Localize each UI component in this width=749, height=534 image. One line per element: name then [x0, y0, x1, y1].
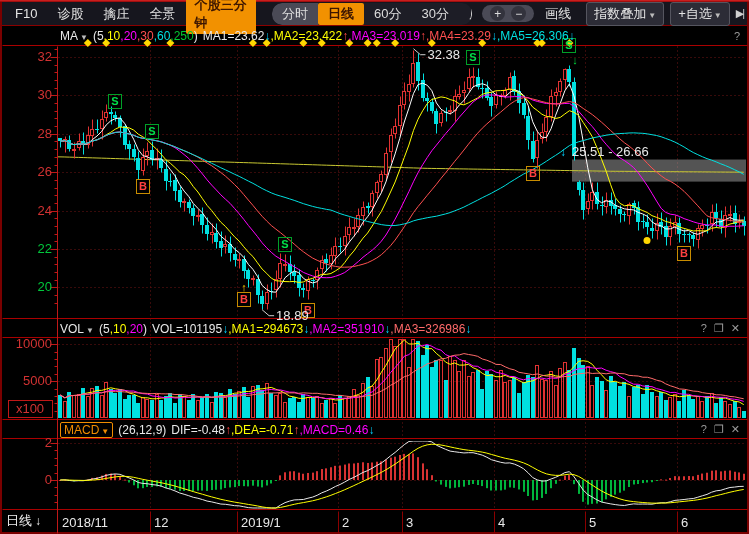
period-tab-30分[interactable]: 30分: [411, 3, 458, 25]
ma-selector[interactable]: MA▼: [60, 29, 88, 43]
help-icon[interactable]: ?: [701, 423, 707, 436]
down-arrow-icon: ↓: [368, 423, 374, 437]
period-tab-周线[interactable]: 周线▼: [459, 3, 472, 25]
down-arrow-icon: ↓: [569, 29, 575, 43]
add-favorite-button[interactable]: +自选▼: [670, 2, 730, 26]
info-item: ,20: [120, 29, 137, 43]
info-item: ,MA1=294673: [228, 322, 303, 336]
chevron-down-icon: ▼: [86, 326, 94, 335]
period-tab-分时[interactable]: 分时: [272, 3, 318, 25]
info-item: ,30: [137, 29, 154, 43]
zoom-control: + −: [482, 5, 534, 22]
period-label: 日线: [6, 512, 32, 530]
menu-f10[interactable]: F10: [6, 4, 46, 23]
close-icon[interactable]: ✕: [731, 423, 740, 436]
maximize-icon[interactable]: ❐: [714, 322, 724, 335]
macd-values: DIF=-0.48↑,DEA=-0.71↑,MACD=0.46↓: [171, 423, 374, 437]
chart-canvas[interactable]: [0, 0, 749, 534]
period-dropdown-button[interactable]: 日线 ↓: [6, 512, 41, 530]
info-item: ,20: [126, 322, 143, 336]
panel-icons: ?: [734, 30, 747, 42]
info-item: ,250: [170, 29, 193, 43]
macd-indicator-row: MACD▼ (26,12,9) DIF=-0.48↑,DEA=-0.71↑,MA…: [2, 421, 747, 438]
info-item: 5: [103, 322, 110, 336]
info-item: ,MA2=23.422: [270, 29, 342, 43]
info-item: ,MA3=23.019: [348, 29, 420, 43]
chevron-down-icon: ▼: [101, 427, 109, 436]
ma-values: MA1=23.62↓,MA2=23.422↑,MA3=23.019↑,MA4=2…: [203, 29, 575, 43]
vol-selector[interactable]: VOL▼: [60, 322, 94, 336]
info-item: ): [143, 322, 147, 336]
info-item: ,MA5=26.306: [497, 29, 569, 43]
info-item: ,10: [110, 322, 127, 336]
info-item: ,MA4=23.29: [426, 29, 491, 43]
info-item: 5: [97, 29, 104, 43]
ma-indicator-row: MA▼ (5,10,20,30,60,250) MA1=23.62↓,MA2=2…: [2, 27, 747, 44]
info-item: ,MA3=326986: [390, 322, 465, 336]
maximize-icon[interactable]: ❐: [714, 423, 724, 436]
panel-icons: ?❐✕: [701, 322, 747, 335]
chevron-down-icon: ▼: [714, 11, 722, 20]
index-overlay-button[interactable]: 指数叠加▼: [586, 2, 664, 26]
volume-indicator-row: VOL▼ (5,10,20) VOL=101195↓,MA1=294673↓,M…: [2, 320, 747, 337]
ma-params: (5,10,20,30,60,250): [93, 29, 198, 43]
info-item: ,MACD=0.46: [299, 423, 368, 437]
help-icon[interactable]: ?: [734, 30, 740, 42]
period-tab-日线[interactable]: 日线: [318, 3, 364, 25]
info-item: MA1=23.62: [203, 29, 265, 43]
chevron-down-icon: ▼: [80, 33, 88, 42]
info-item: ,60: [154, 29, 171, 43]
help-icon[interactable]: ?: [701, 322, 707, 335]
add-favorite-label: +自选: [678, 6, 712, 21]
top-toolbar: F10 诊股 擒庄 全景 个股三分钟 分时日线60分30分周线▼ + − 画线 …: [2, 2, 747, 26]
down-arrow-icon: ↓: [465, 322, 471, 336]
trading-app-window: F10 诊股 擒庄 全景 个股三分钟 分时日线60分30分周线▼ + − 画线 …: [0, 0, 749, 534]
zoom-in-button[interactable]: +: [490, 6, 505, 21]
toolbar-right-group: 画线 指数叠加▼ +自选▼ ▶|: [536, 2, 743, 26]
period-tab-group: 分时日线60分30分周线▼: [272, 3, 472, 25]
macd-selector[interactable]: MACD▼: [60, 422, 113, 438]
info-item: VOL=101195: [152, 322, 222, 336]
draw-line-button[interactable]: 画线: [536, 3, 580, 25]
info-item: ,10: [104, 29, 121, 43]
chevron-down-icon: ▼: [648, 11, 656, 20]
period-tab-60分[interactable]: 60分: [364, 3, 411, 25]
info-item: ): [194, 29, 198, 43]
close-icon[interactable]: ✕: [731, 322, 740, 335]
info-item: ,DEA=-0.71: [231, 423, 293, 437]
info-item: DIF=-0.48: [171, 423, 225, 437]
info-item: ,MA2=351910: [309, 322, 384, 336]
index-overlay-label: 指数叠加: [594, 6, 646, 21]
collapse-panel-icon[interactable]: ▶|: [736, 7, 743, 20]
menu-quanjing[interactable]: 全景: [140, 3, 184, 25]
zoom-out-button[interactable]: −: [511, 6, 526, 21]
macd-params: (26,12,9): [118, 423, 166, 437]
menu-zhengu[interactable]: 诊股: [48, 3, 92, 25]
panel-icons: ?❐✕: [701, 423, 747, 436]
vol-values: VOL=101195↓,MA1=294673↓,MA2=351910↓,MA3=…: [152, 322, 471, 336]
vol-params: (5,10,20): [99, 322, 147, 336]
arrow-down-icon: ↓: [35, 514, 41, 528]
menu-qinzhuang[interactable]: 擒庄: [94, 3, 138, 25]
